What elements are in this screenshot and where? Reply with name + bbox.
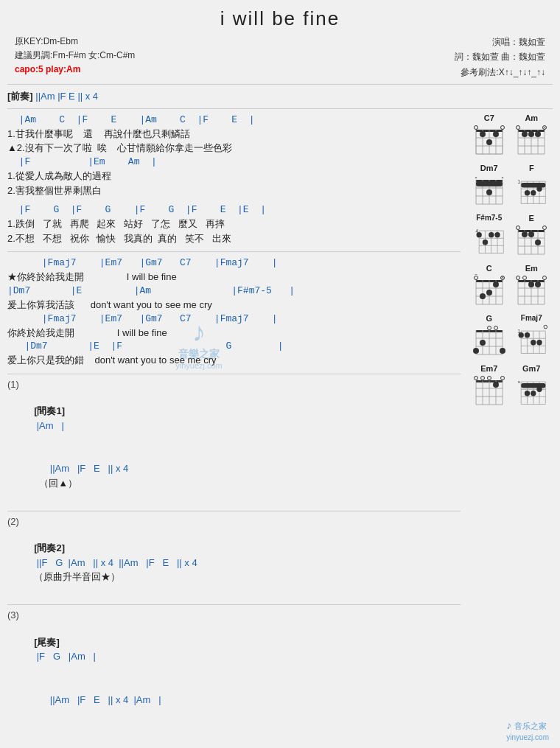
- diagram-row-5: G: [468, 314, 553, 358]
- interlude2-block: (2) [間奏2] ||F G |Am || x 4 ||Am |F E || …: [7, 516, 461, 599]
- interlude1a-chords: |Am |: [34, 420, 64, 431]
- svg-point-24: [522, 131, 528, 137]
- svg-point-25: [528, 131, 534, 137]
- svg-text:×: ×: [518, 380, 521, 385]
- interlude3b-chords: ||Am |F E || x 4 |Am |: [34, 694, 161, 705]
- chorus-block: |Fmaj7 |Em7 |Gm7 C7 |Fmaj7 | ★你終於給我走開 I …: [7, 256, 461, 368]
- svg-point-128: [494, 326, 497, 329]
- interlude1b-chords: ||Am |F E || x 4: [34, 463, 128, 474]
- intro-line: [前奏] ||Am |F E || x 4: [7, 89, 553, 104]
- svg-point-54: [525, 190, 530, 195]
- verse2-block: |F G |F G |F G |F E |E | 1.跌倒 了就 再爬 起來 站…: [7, 203, 461, 245]
- main-content: |Am C |F E |Am C |F E | 1.甘我什麼事呢 還 再說什麼也…: [7, 113, 553, 727]
- interlude1b: ||Am |F E || x 4 （回▲）: [7, 447, 461, 505]
- svg-point-153: [493, 382, 499, 388]
- diagram-f-svg: 1: [514, 174, 548, 208]
- svg-point-84: [543, 226, 547, 229]
- svg-point-143: [544, 325, 547, 329]
- diagram-row-3: F#m7-5 4: [468, 214, 553, 258]
- divider-1: [7, 108, 553, 109]
- footer-watermark: ♪ 音乐之家yinyuezj.com: [506, 719, 549, 742]
- diagram-f-name: F: [529, 164, 534, 172]
- svg-point-140: [525, 332, 530, 338]
- verse1-lyric1: 1.甘我什麼事呢 還 再說什麼也只剩鱗話: [7, 127, 461, 141]
- svg-point-80: [522, 231, 528, 237]
- diagram-f7m5: F#m7-5 4: [470, 214, 508, 258]
- svg-point-10: [480, 131, 486, 137]
- capo-line: capo:5 play:Am: [15, 63, 135, 77]
- lyrics-section: |Am C |F E |Am C |F E | 1.甘我什麼事呢 還 再說什麼也…: [7, 113, 464, 727]
- divider-4: [7, 511, 461, 511]
- interlude3-block: (3) [尾奏] |F G |Am | ||Am |F E || x 4 |Am…: [7, 609, 461, 721]
- svg-point-68: [489, 232, 494, 237]
- intro-label: [前奏]: [7, 91, 33, 102]
- interlude1b-note: （回▲）: [34, 478, 77, 489]
- svg-point-112: [517, 276, 520, 279]
- verse2-lyric2: 2.不想 不想 祝你 愉快 我真的 真的 笑不 出來: [7, 231, 461, 246]
- chorus2-lyric1: 爰上你算我活該 don't want you to see me cry: [7, 298, 461, 312]
- svg-point-13: [474, 125, 477, 129]
- svg-point-126: [500, 348, 505, 354]
- svg-text:×: ×: [543, 125, 546, 130]
- diagram-c-svg: × ×: [472, 274, 506, 308]
- svg-point-169: [525, 391, 530, 396]
- diagram-gm7-name: Gm7: [522, 364, 540, 373]
- diagram-row-1: C7: [468, 113, 553, 158]
- svg-point-139: [519, 332, 524, 338]
- svg-point-26: [535, 131, 541, 137]
- svg-point-12: [493, 131, 499, 137]
- svg-point-40: [486, 189, 492, 195]
- svg-point-67: [476, 232, 481, 237]
- svg-text:×: ×: [475, 274, 477, 276]
- verse1-block: |Am C |F E |Am C |F E | 1.甘我什麼事呢 還 再說什麼也…: [7, 113, 461, 198]
- verse2-chords: |F G |F G |F G |F E |E |: [7, 203, 461, 217]
- svg-point-56: [537, 186, 542, 191]
- key-line2: 建議男調:Fm-F#m 女:Cm-C#m: [15, 49, 135, 63]
- chord-diagrams-section: C7: [464, 113, 553, 727]
- diagram-g: G: [470, 314, 508, 358]
- header-right: 演唱：魏如萱 詞：魏如萱 曲：魏如萱 參考刷法:X↑↓_↑↓↑_↑↓: [455, 35, 545, 80]
- svg-point-154: [474, 376, 477, 380]
- chorus1-chords: |Fmaj7 |Em7 |Gm7 C7 |Fmaj7 |: [7, 256, 461, 270]
- strum-line: 參考刷法:X↑↓_↑↓↑_↑↓: [455, 65, 545, 80]
- svg-point-55: [531, 190, 536, 195]
- svg-point-141: [531, 340, 536, 345]
- chorus4-chords: |Dm7 |E |F G |: [7, 340, 461, 353]
- interlude2a-note: （原曲升半音回★）: [34, 571, 120, 582]
- diagram-em7-svg: [472, 374, 506, 408]
- footer-icon: ♪: [506, 719, 511, 731]
- svg-point-11: [486, 139, 492, 145]
- diagram-em: Em: [512, 264, 550, 308]
- diagram-row-4: C: [468, 264, 553, 308]
- interlude3a: [尾奏] |F G |Am |: [7, 621, 461, 678]
- svg-point-97: [474, 276, 477, 279]
- interlude3a-chords: |F G |Am |: [34, 651, 96, 662]
- chorus2-chords: |Dm7 |E |Am |F#m7-5 |: [7, 284, 461, 298]
- chorus3-lyric1: 你終於給我走開 I will be fine: [7, 326, 461, 340]
- diagram-em7: Em7: [470, 364, 508, 408]
- diagram-f: F 1: [512, 164, 550, 208]
- interlude2a: [間奏2] ||F G |Am || x 4 ||Am |F E || x 4 …: [7, 527, 461, 599]
- header-info: 原KEY:Dm-Ebm 建議男調:Fm-F#m 女:Cm-C#m capo:5 …: [7, 35, 553, 80]
- svg-point-113: [523, 276, 527, 279]
- verse1b-chords: |F |Em Am |: [7, 155, 461, 169]
- svg-point-156: [487, 376, 491, 380]
- svg-rect-39: [476, 181, 503, 186]
- divider-top: [7, 84, 553, 85]
- verse1-chords: |Am C |F E |Am C |F E |: [7, 113, 461, 127]
- svg-point-111: [535, 282, 541, 287]
- svg-point-14: [500, 125, 504, 129]
- svg-point-27: [517, 125, 520, 129]
- interlude3-num: (3): [7, 609, 461, 621]
- diagram-fmaj7: Fmaj7 1: [512, 314, 550, 358]
- song-title: i will be fine: [7, 7, 553, 30]
- interlude1a: [間奏1] |Am |: [7, 390, 461, 447]
- chorus3-chords: |Fmaj7 |Em7 |Gm7 C7 |Fmaj7 |: [7, 312, 461, 326]
- diagram-row-6: Em7: [468, 364, 553, 408]
- chorus4-lyric1: 爱上你只是我的錯 don't want you to see me cry: [7, 353, 461, 368]
- svg-point-94: [493, 282, 499, 287]
- diagram-e: E: [512, 214, 550, 258]
- divider-5: [7, 604, 461, 605]
- svg-text:×: ×: [501, 175, 504, 180]
- svg-point-83: [517, 226, 520, 229]
